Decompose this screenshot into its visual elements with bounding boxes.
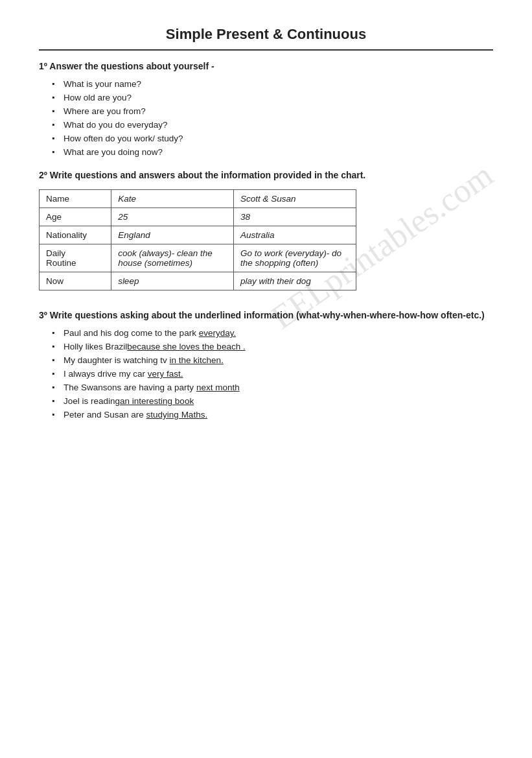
title-divider xyxy=(39,49,493,51)
bullet-underlined: an interesting book xyxy=(120,396,194,406)
bullet-underlined: everyday. xyxy=(199,328,237,338)
table-row: DailyRoutine cook (always)- clean the ho… xyxy=(40,244,356,272)
table-row: Now sleep play with their dog xyxy=(40,272,356,290)
section1-bullet-list: What is your name? How old are you? Wher… xyxy=(39,79,493,157)
table-cell-scott-susan: Go to work (everyday)- do the shopping (… xyxy=(234,244,356,272)
table-cell-scott-susan: Scott & Susan xyxy=(234,190,356,208)
table-row: Age 25 38 xyxy=(40,208,356,226)
bullet-underlined: because she loves the beach . xyxy=(127,342,245,351)
table-cell-kate: sleep xyxy=(111,272,234,290)
list-item: Joel is readingan interesting book xyxy=(52,396,493,406)
list-item: The Swansons are having a party next mon… xyxy=(52,383,493,392)
table-cell-label: Now xyxy=(40,272,111,290)
table-cell-kate: England xyxy=(111,226,234,244)
list-item: Holly likes Brazilbecause she loves the … xyxy=(52,342,493,351)
list-item: Paul and his dog come to the park everyd… xyxy=(52,328,493,338)
table-cell-label: Nationality xyxy=(40,226,111,244)
bullet-text: I always drive my car xyxy=(64,369,148,379)
table-cell-kate: cook (always)- clean the house (sometime… xyxy=(111,244,234,272)
table-row: Nationality England Australia xyxy=(40,226,356,244)
list-item: Peter and Susan are studying Maths. xyxy=(52,410,493,420)
list-item: I always drive my car very fast. xyxy=(52,369,493,379)
bullet-text: The Swansons are having a party xyxy=(64,383,196,392)
list-item: What are you doing now? xyxy=(52,147,493,157)
page-title: Simple Present & Continuous xyxy=(39,26,493,43)
section2: 2º Write questions and answers about the… xyxy=(39,170,493,290)
bullet-text: Paul and his dog come to the park xyxy=(64,328,199,338)
table-cell-scott-susan: 38 xyxy=(234,208,356,226)
page-content: Simple Present & Continuous 1º Answer th… xyxy=(39,26,493,420)
list-item: What is your name? xyxy=(52,79,493,89)
section1: 1º Answer the questions about yourself -… xyxy=(39,61,493,157)
bullet-text: My daughter is watching tv xyxy=(64,355,170,365)
bullet-underlined: very fast. xyxy=(148,369,183,379)
section3-bullet-list: Paul and his dog come to the park everyd… xyxy=(39,328,493,420)
table-cell-kate: Kate xyxy=(111,190,234,208)
table-cell-scott-susan: Australia xyxy=(234,226,356,244)
table-cell-scott-susan: play with their dog xyxy=(234,272,356,290)
bullet-text: Joel is reading xyxy=(64,396,120,406)
table-cell-label: Name xyxy=(40,190,111,208)
bullet-underlined: in the kitchen. xyxy=(170,355,224,365)
section1-heading: 1º Answer the questions about yourself - xyxy=(39,61,493,71)
list-item: How old are you? xyxy=(52,93,493,102)
section3: 3º Write questions asking about the unde… xyxy=(39,310,493,420)
list-item: Where are you from? xyxy=(52,106,493,116)
bullet-underlined: next month xyxy=(196,383,240,392)
table-row: Name Kate Scott & Susan xyxy=(40,190,356,208)
list-item: My daughter is watching tv in the kitche… xyxy=(52,355,493,365)
bullet-underlined: studying Maths. xyxy=(146,410,208,420)
section2-heading: 2º Write questions and answers about the… xyxy=(39,170,493,180)
bullet-text: Peter and Susan are xyxy=(64,410,146,420)
table-cell-kate: 25 xyxy=(111,208,234,226)
bullet-text: Holly likes Brazil xyxy=(64,342,127,351)
table-cell-label: DailyRoutine xyxy=(40,244,111,272)
list-item: What do you do everyday? xyxy=(52,120,493,130)
chart-table: Name Kate Scott & Susan Age 25 38 Nation… xyxy=(39,189,356,290)
list-item: How often do you work/ study? xyxy=(52,134,493,143)
table-cell-label: Age xyxy=(40,208,111,226)
section3-heading: 3º Write questions asking about the unde… xyxy=(39,310,493,320)
